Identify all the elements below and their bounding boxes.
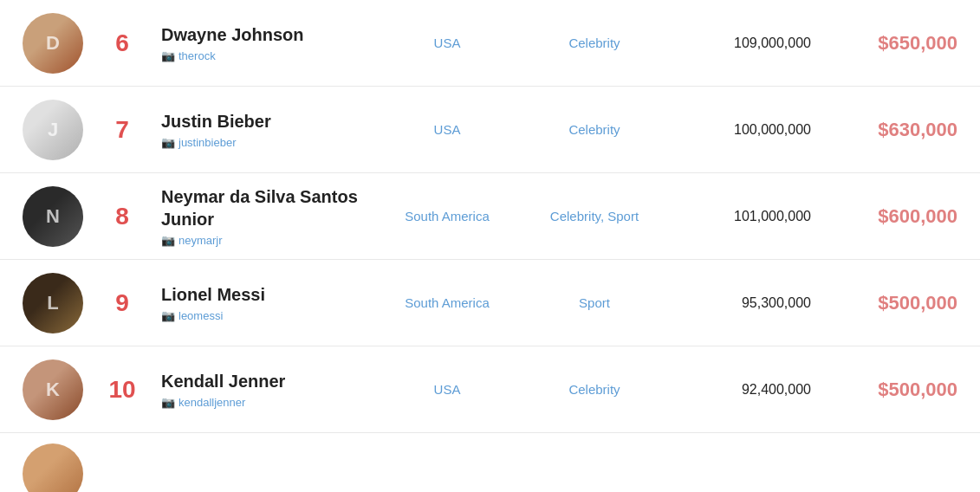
category: Celebrity xyxy=(516,122,672,137)
earnings: $500,000 xyxy=(811,292,966,314)
avatar-col: L xyxy=(14,273,92,333)
person-name-col: Neymar da Silva Santos Junior📷neymarjr xyxy=(153,185,378,247)
person-name: Justin Bieber xyxy=(161,110,378,133)
avatar: K xyxy=(23,359,83,420)
followers-count: 95,300,000 xyxy=(672,295,811,311)
rank-number: 6 xyxy=(92,29,153,57)
rank-number: 7 xyxy=(92,116,153,144)
category: Sport xyxy=(516,295,672,310)
person-name-col: Lionel Messi📷leomessi xyxy=(153,283,378,322)
person-name-col: Kendall Jenner📷kendalljenner xyxy=(153,370,378,409)
instagram-username: leomessi xyxy=(178,309,223,322)
region: USA xyxy=(378,120,516,139)
followers-count: 101,000,000 xyxy=(672,209,811,224)
person-name: Lionel Messi xyxy=(161,283,378,306)
rank-number: 10 xyxy=(92,376,153,404)
followers-count: 100,000,000 xyxy=(672,122,811,138)
instagram-username: justinbieber xyxy=(178,136,237,149)
instagram-handle[interactable]: 📷justinbieber xyxy=(161,136,378,149)
person-name-col: Justin Bieber📷justinbieber xyxy=(153,110,378,149)
table-row: J7Justin Bieber📷justinbieberUSACelebrity… xyxy=(0,87,980,173)
rank-number: 9 xyxy=(92,289,153,317)
table-row: K10Kendall Jenner📷kendalljennerUSACelebr… xyxy=(0,346,980,433)
person-name: Dwayne Johnson xyxy=(161,23,378,46)
category: Celebrity xyxy=(516,382,672,397)
instagram-handle[interactable]: 📷neymarjr xyxy=(161,234,378,247)
avatar: L xyxy=(23,273,83,333)
instagram-username: therock xyxy=(178,49,216,62)
table-row: N8Neymar da Silva Santos Junior📷neymarjr… xyxy=(0,173,980,260)
instagram-handle[interactable]: 📷leomessi xyxy=(161,309,378,322)
category: Celebrity, Sport xyxy=(516,209,672,223)
followers-count: 92,400,000 xyxy=(672,382,811,398)
instagram-icon: 📷 xyxy=(161,309,175,322)
person-name: Kendall Jenner xyxy=(161,370,378,392)
avatar: J xyxy=(23,100,83,160)
earnings: $600,000 xyxy=(811,205,966,228)
avatar-col: N xyxy=(14,186,92,247)
followers-count: 109,000,000 xyxy=(672,36,811,51)
table-row: D6Dwayne Johnson📷therockUSACelebrity109,… xyxy=(0,0,980,87)
instagram-username: neymarjr xyxy=(178,234,223,247)
avatar-col: D xyxy=(14,13,92,74)
avatar-col xyxy=(14,443,92,492)
avatar: D xyxy=(23,13,83,74)
category: Celebrity xyxy=(516,36,672,50)
instagram-username: kendalljenner xyxy=(178,396,245,409)
instagram-icon: 📷 xyxy=(161,49,175,62)
earnings: $500,000 xyxy=(811,379,966,401)
region: USA xyxy=(378,34,516,52)
instagram-icon: 📷 xyxy=(161,234,175,247)
earnings: $630,000 xyxy=(811,119,966,141)
avatar xyxy=(23,443,83,492)
avatar-col: K xyxy=(14,359,92,420)
table-row xyxy=(0,433,980,492)
region: South America xyxy=(378,294,516,312)
table-row: L9Lionel Messi📷leomessiSouth AmericaSpor… xyxy=(0,260,980,346)
region: South America xyxy=(378,207,516,225)
instagram-icon: 📷 xyxy=(161,136,175,149)
rank-number: 8 xyxy=(92,203,153,230)
person-name-col: Dwayne Johnson📷therock xyxy=(153,23,378,62)
avatar-col: J xyxy=(14,100,92,160)
instagram-handle[interactable]: 📷kendalljenner xyxy=(161,396,378,409)
earnings: $650,000 xyxy=(811,32,966,55)
instagram-handle[interactable]: 📷therock xyxy=(161,49,378,62)
person-name: Neymar da Silva Santos Junior xyxy=(161,185,378,230)
rankings-table: D6Dwayne Johnson📷therockUSACelebrity109,… xyxy=(0,0,980,492)
region: USA xyxy=(378,380,516,398)
avatar: N xyxy=(23,186,83,247)
instagram-icon: 📷 xyxy=(161,396,175,409)
